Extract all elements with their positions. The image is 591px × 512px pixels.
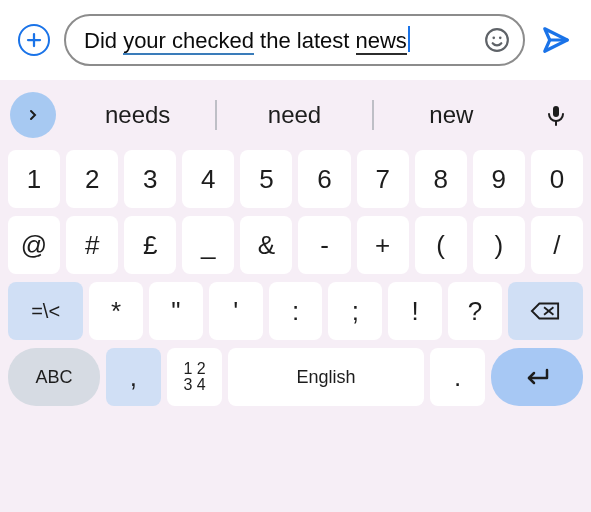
divider bbox=[372, 100, 374, 130]
key-6[interactable]: 6 bbox=[298, 150, 350, 208]
divider bbox=[215, 100, 217, 130]
on-screen-keyboard: needs need new 1 2 3 4 5 6 7 8 9 0 @ # bbox=[0, 80, 591, 512]
key-colon[interactable]: : bbox=[269, 282, 323, 340]
text-cursor bbox=[408, 26, 410, 52]
send-button[interactable] bbox=[539, 23, 573, 57]
suggestion-3[interactable]: new bbox=[374, 91, 529, 139]
key-semicolon[interactable]: ; bbox=[328, 282, 382, 340]
key-4[interactable]: 4 bbox=[182, 150, 234, 208]
key-dquote[interactable]: " bbox=[149, 282, 203, 340]
svg-point-4 bbox=[499, 37, 502, 40]
numpad-label: 1 23 4 bbox=[183, 361, 205, 393]
key-rparen[interactable]: ) bbox=[473, 216, 525, 274]
expand-toolbar-button[interactable] bbox=[10, 92, 56, 138]
emoji-button[interactable] bbox=[483, 26, 511, 54]
key-slash[interactable]: / bbox=[531, 216, 583, 274]
add-attachment-button[interactable] bbox=[18, 24, 50, 56]
key-8[interactable]: 8 bbox=[415, 150, 467, 208]
key-2[interactable]: 2 bbox=[66, 150, 118, 208]
key-minus[interactable]: - bbox=[298, 216, 350, 274]
abc-mode-key[interactable]: ABC bbox=[8, 348, 100, 406]
key-squote[interactable]: ' bbox=[209, 282, 263, 340]
key-comma[interactable]: , bbox=[106, 348, 161, 406]
key-pound[interactable]: £ bbox=[124, 216, 176, 274]
backspace-key[interactable] bbox=[508, 282, 583, 340]
key-underscore[interactable]: _ bbox=[182, 216, 234, 274]
key-plus[interactable]: + bbox=[357, 216, 409, 274]
key-question[interactable]: ? bbox=[448, 282, 502, 340]
spacebar[interactable]: English bbox=[228, 348, 424, 406]
key-hash[interactable]: # bbox=[66, 216, 118, 274]
numpad-key[interactable]: 1 23 4 bbox=[167, 348, 222, 406]
key-asterisk[interactable]: * bbox=[89, 282, 143, 340]
key-7[interactable]: 7 bbox=[357, 150, 409, 208]
key-period[interactable]: . bbox=[430, 348, 485, 406]
message-input-text: Did your checked the latest news bbox=[84, 26, 473, 54]
key-5[interactable]: 5 bbox=[240, 150, 292, 208]
key-lparen[interactable]: ( bbox=[415, 216, 467, 274]
voice-input-button[interactable] bbox=[533, 92, 579, 138]
key-9[interactable]: 9 bbox=[473, 150, 525, 208]
key-exclaim[interactable]: ! bbox=[388, 282, 442, 340]
svg-point-2 bbox=[486, 29, 508, 51]
key-0[interactable]: 0 bbox=[531, 150, 583, 208]
suggestion-2[interactable]: need bbox=[217, 91, 372, 139]
enter-key[interactable] bbox=[491, 348, 583, 406]
key-at[interactable]: @ bbox=[8, 216, 60, 274]
key-3[interactable]: 3 bbox=[124, 150, 176, 208]
more-symbols-key[interactable]: =\< bbox=[8, 282, 83, 340]
svg-point-3 bbox=[492, 37, 495, 40]
key-1[interactable]: 1 bbox=[8, 150, 60, 208]
key-ampersand[interactable]: & bbox=[240, 216, 292, 274]
message-input[interactable]: Did your checked the latest news bbox=[64, 14, 525, 66]
suggestion-1[interactable]: needs bbox=[60, 91, 215, 139]
